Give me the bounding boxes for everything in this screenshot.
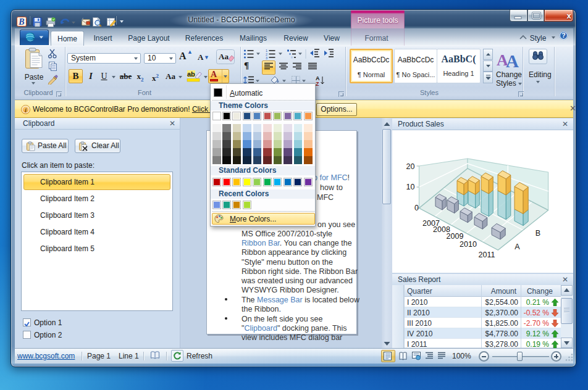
svg-text:10: 10 — [406, 183, 415, 191]
svg-text:x: x — [566, 11, 571, 20]
svg-text:20: 20 — [406, 162, 415, 171]
svg-text:2010: 2010 — [460, 240, 477, 249]
svg-text:3: 3 — [266, 56, 267, 59]
svg-text:ab: ab — [187, 70, 195, 78]
svg-text:?: ? — [561, 31, 565, 39]
svg-text:A: A — [506, 51, 519, 69]
svg-text:B: B — [18, 17, 24, 27]
svg-text:A: A — [514, 243, 520, 251]
svg-text:Z: Z — [316, 81, 319, 86]
svg-text:B: B — [536, 229, 540, 238]
svg-text:0: 0 — [414, 204, 419, 212]
svg-text:2011: 2011 — [479, 251, 495, 259]
svg-text:Aa: Aa — [219, 52, 229, 61]
